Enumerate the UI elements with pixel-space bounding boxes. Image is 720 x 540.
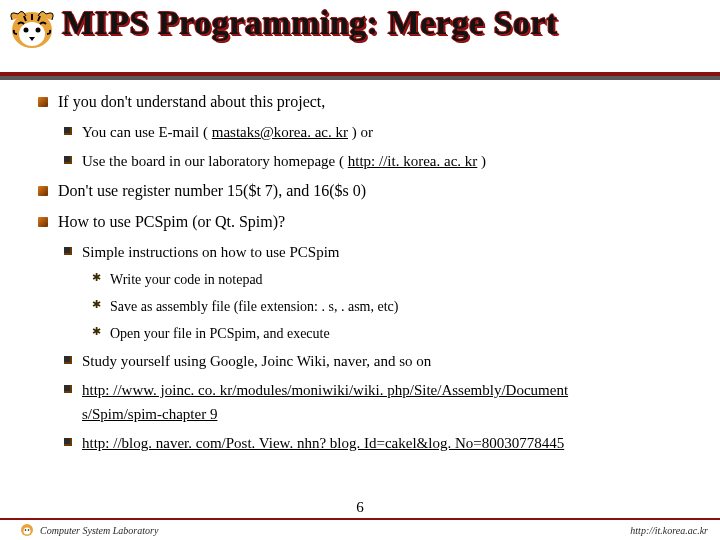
bullet-item: Write your code in notepad (92, 269, 686, 291)
svg-point-3 (36, 28, 41, 33)
bullet-item: http: //www. joinc. co. kr/modules/moniw… (64, 379, 686, 426)
naver-blog-link[interactable]: http: //blog. naver. com/Post. View. nhn… (82, 435, 564, 451)
footer-left: Computer System Laboratory (20, 523, 158, 537)
bullet-item: Simple instructions on how to use PCSpim… (64, 241, 686, 344)
joinc-link-cont[interactable]: s/Spim/spim-chapter 9 (82, 406, 217, 422)
homepage-link[interactable]: http: //it. korea. ac. kr (348, 153, 478, 169)
bullet-item: http: //blog. naver. com/Post. View. nhn… (64, 432, 686, 455)
svg-point-6 (25, 529, 27, 531)
footer-url: http://it.korea.ac.kr (630, 525, 708, 536)
svg-point-2 (24, 28, 29, 33)
bullet-text: Write your code in notepad (110, 272, 263, 287)
bullet-item: Open your file in PCSpim, and execute (92, 323, 686, 345)
bullet-text: Save as assembly file (file extension: .… (110, 299, 398, 314)
bullet-text: You can use E-mail ( (82, 124, 212, 140)
bullet-text: How to use PCSpim (or Qt. Spim)? (58, 213, 285, 230)
bullet-item: Save as assembly file (file extension: .… (92, 296, 686, 318)
tiger-logo-icon (6, 4, 58, 52)
bullet-text: If you don't understand about this proje… (58, 93, 325, 110)
page-number: 6 (0, 499, 720, 516)
email-link[interactable]: mastaks@korea. ac. kr (212, 124, 348, 140)
svg-point-7 (28, 529, 30, 531)
bullet-item: If you don't understand about this proje… (38, 90, 686, 173)
bullet-item: Use the board in our laboratory homepage… (64, 150, 686, 173)
bullet-item: Study yourself using Google, Joinc Wiki,… (64, 350, 686, 373)
title-bar: MIPS Programming: Merge Sort (0, 0, 720, 76)
svg-point-5 (24, 528, 31, 535)
footer-lab-name: Computer System Laboratory (40, 525, 158, 536)
slide-content: If you don't understand about this proje… (0, 76, 720, 455)
slide-title: MIPS Programming: Merge Sort (62, 4, 558, 42)
bullet-item: You can use E-mail ( mastaks@korea. ac. … (64, 121, 686, 144)
bullet-item: Don't use register number 15($t 7), and … (38, 179, 686, 204)
joinc-link[interactable]: http: //www. joinc. co. kr/modules/moniw… (82, 382, 568, 398)
bullet-text: Study yourself using Google, Joinc Wiki,… (82, 353, 431, 369)
footer-bar: Computer System Laboratory http://it.kor… (0, 518, 720, 540)
bullet-text: ) or (348, 124, 373, 140)
bullet-text: Open your file in PCSpim, and execute (110, 326, 330, 341)
bullet-text: Use the board in our laboratory homepage… (82, 153, 348, 169)
bullet-text: ) (477, 153, 486, 169)
slide: MIPS Programming: Merge Sort If you don'… (0, 0, 720, 540)
svg-point-1 (19, 22, 45, 46)
bullet-item: How to use PCSpim (or Qt. Spim)? Simple … (38, 210, 686, 455)
bullet-text: Don't use register number 15($t 7), and … (58, 182, 366, 199)
bullet-text: Simple instructions on how to use PCSpim (82, 244, 340, 260)
tiger-mini-icon (20, 523, 34, 537)
